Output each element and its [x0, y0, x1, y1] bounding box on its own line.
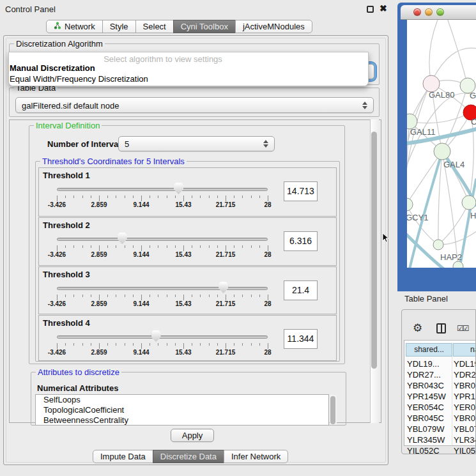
- network-graph[interactable]: GAL80GCGAL11GAL4GCY1HHAP2: [407, 20, 476, 268]
- threshold-row: Threshold 2-3.4262.8599.14415.4321.71528…: [38, 217, 337, 266]
- slider-tick: [99, 295, 100, 300]
- close-traffic-light[interactable]: [413, 8, 421, 16]
- network-edge[interactable]: [438, 231, 476, 245]
- threshold-value-field[interactable]: 11.344: [284, 329, 318, 349]
- tab-cyni-toolbox[interactable]: Cyni Toolbox: [173, 20, 236, 33]
- slider-handle[interactable]: [118, 233, 127, 244]
- zoom-traffic-light[interactable]: [436, 8, 444, 16]
- slider-tick: [175, 295, 176, 297]
- threshold-value-field[interactable]: 6.316: [284, 231, 318, 251]
- list-scrollbar-track[interactable]: [330, 395, 337, 425]
- slider-tick: [167, 196, 167, 198]
- tick-label: 15.43: [175, 201, 191, 208]
- column-checkboxes-icon[interactable]: ☑☑: [457, 324, 468, 333]
- slider-tick: [150, 295, 150, 297]
- tab-style[interactable]: Style: [102, 20, 136, 33]
- table-row[interactable]: YIL052CYIL05: [404, 445, 476, 454]
- slider-tick: [73, 295, 74, 297]
- slider-tick: [251, 295, 252, 297]
- table-row[interactable]: YBR045CYBR04: [404, 413, 476, 424]
- table-row[interactable]: YBR043CYBR04: [404, 380, 476, 391]
- slider-tick: [65, 245, 66, 248]
- tab-jactivemnodules[interactable]: jActiveMNodules: [235, 20, 312, 33]
- node-label: GAL4: [443, 160, 464, 169]
- split-columns-icon[interactable]: [436, 323, 446, 334]
- column-header[interactable]: na: [453, 343, 476, 357]
- table-row[interactable]: YER054CYER05: [404, 402, 476, 413]
- network-edge[interactable]: [429, 20, 439, 84]
- tick-label: 28: [264, 251, 271, 258]
- attribute-list-item[interactable]: BetweennessCentrality: [36, 415, 328, 426]
- slider-tick: [99, 343, 100, 349]
- numerical-attributes-list[interactable]: SelfLoopsTopologicalCoefficientBetweenne…: [35, 394, 329, 426]
- slider-handle[interactable]: [174, 183, 183, 194]
- tab-tab-label: Cyni Toolbox: [181, 22, 228, 31]
- slider-tick: [268, 196, 268, 201]
- close-icon[interactable]: ✖: [380, 3, 387, 13]
- dropdown-option[interactable]: Manual Discretization: [10, 63, 95, 73]
- slider-tick: [268, 343, 268, 349]
- dropdown-option[interactable]: Equal Width/Frequency Discretization: [10, 74, 148, 84]
- threshold-value-field[interactable]: 14.713: [284, 181, 318, 201]
- threshold-value-field[interactable]: 21.4: [284, 280, 318, 300]
- table-row[interactable]: YBL079WYBL07: [404, 424, 476, 434]
- slider-handle[interactable]: [151, 330, 161, 342]
- network-edge[interactable]: [407, 151, 442, 204]
- minimize-traffic-light[interactable]: [425, 8, 433, 16]
- slider-track[interactable]: [57, 188, 268, 191]
- tick-label: 2.859: [91, 201, 107, 208]
- node-label: GAL80: [429, 90, 454, 100]
- list-scrollbar-thumb[interactable]: [330, 396, 335, 424]
- num-intervals-combo[interactable]: 5: [118, 136, 275, 151]
- slider-tick: [192, 245, 192, 248]
- tab-discretize-data[interactable]: Discretize Data: [153, 450, 224, 463]
- network-node[interactable]: [407, 198, 413, 211]
- slider-tick: [91, 245, 91, 248]
- table-row[interactable]: YLR345WYLR34: [404, 434, 476, 445]
- network-window-titlebar[interactable]: [401, 5, 476, 20]
- slider-tick: [242, 343, 243, 346]
- tab-impute-data[interactable]: Impute Data: [93, 450, 153, 463]
- table-cell-name: YLR34: [454, 435, 476, 445]
- network-canvas[interactable]: GAL80GCGAL11GAL4GCY1HHAP2: [407, 20, 476, 268]
- tick-label: 21.715: [216, 349, 236, 356]
- table-cell-name: YBL07: [454, 424, 476, 434]
- network-edge[interactable]: [447, 20, 468, 86]
- table-row[interactable]: YPR145WYPR14: [404, 391, 476, 402]
- tab-network[interactable]: Network: [46, 20, 103, 33]
- tick-label: 15.43: [175, 251, 191, 258]
- apply-button[interactable]: Apply: [171, 429, 214, 442]
- slider-track[interactable]: [57, 238, 268, 241]
- tick-label: 2.859: [91, 251, 107, 258]
- numerical-attributes-label: Numerical Attributes: [37, 383, 118, 393]
- network-node[interactable]: [434, 143, 450, 160]
- table-data-combo[interactable]: galFiltered.sif default node: [15, 97, 374, 113]
- attribute-list-item[interactable]: SelfLoops: [36, 395, 328, 405]
- slider-tick: [226, 245, 226, 251]
- network-node[interactable]: [462, 196, 476, 210]
- slider-tick: [259, 295, 260, 297]
- node-label: GCY1: [407, 213, 428, 222]
- column-header[interactable]: shared...: [406, 343, 452, 357]
- attribute-list-item[interactable]: TopologicalCoefficient: [36, 405, 328, 415]
- slider-tick: [57, 245, 58, 251]
- slider-track[interactable]: [57, 335, 268, 339]
- tick-label: 21.715: [216, 251, 236, 258]
- settings-gear-icon[interactable]: ⚙: [413, 321, 422, 335]
- slider-tick: [234, 295, 234, 297]
- network-edge-weighted[interactable]: [410, 151, 442, 268]
- slider-tick: [242, 196, 243, 198]
- float-window-icon[interactable]: [367, 6, 374, 13]
- threshold-value: 6.316: [284, 232, 317, 250]
- slider-handle[interactable]: [219, 282, 228, 293]
- slider-tick: [259, 196, 260, 198]
- table-row[interactable]: YDR27...YDR27: [404, 369, 476, 380]
- table-row[interactable]: YDL19...YDL19: [404, 358, 476, 369]
- tab-infer-network[interactable]: Infer Network: [224, 450, 288, 463]
- tab-select[interactable]: Select: [135, 20, 174, 33]
- slider-tick: [200, 295, 201, 297]
- network-node[interactable]: [433, 240, 443, 250]
- vertical-scrollbar-thumb[interactable]: [371, 132, 377, 369]
- slider-track[interactable]: [57, 287, 268, 290]
- slider-tick: [116, 196, 116, 198]
